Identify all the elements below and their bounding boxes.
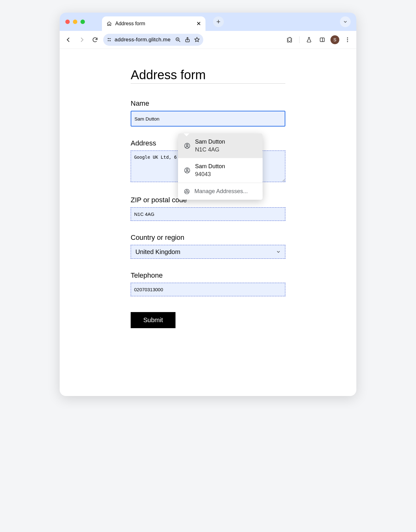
- submit-button[interactable]: Submit: [131, 312, 175, 328]
- autofill-name: Sam Dutton: [195, 139, 225, 145]
- svg-point-8: [347, 39, 348, 40]
- forward-button[interactable]: [77, 35, 87, 45]
- chevron-down-icon: [343, 19, 348, 24]
- svg-point-2: [110, 40, 110, 41]
- address-bar-url: address-form.glitch.me: [115, 37, 170, 43]
- address-form: Address form Name Address Google UK Ltd,…: [131, 68, 285, 328]
- new-tab-button[interactable]: +: [213, 16, 224, 27]
- name-input[interactable]: [131, 111, 285, 127]
- site-settings-icon: [106, 37, 112, 43]
- name-label: Name: [131, 99, 285, 108]
- svg-rect-3: [108, 40, 109, 41]
- tab-title: Address form: [115, 21, 145, 27]
- telephone-input[interactable]: [131, 283, 285, 296]
- manage-addresses-button[interactable]: Manage Addresses...: [178, 183, 263, 200]
- autofill-suggestion[interactable]: Sam Dutton 94043: [178, 158, 263, 183]
- svg-point-7: [347, 38, 348, 38]
- browser-toolbar: address-form.glitch.me: [60, 31, 356, 49]
- svg-point-9: [347, 41, 348, 42]
- manage-addresses-label: Manage Addresses...: [194, 188, 248, 195]
- person-icon: [184, 142, 191, 149]
- autofill-secondary: 94043: [195, 171, 225, 178]
- bookmark-star-icon[interactable]: [194, 37, 200, 43]
- autofill-suggestion[interactable]: Sam Dutton N1C 4AG: [178, 133, 263, 158]
- back-button[interactable]: [63, 35, 74, 45]
- maximize-window-button[interactable]: [80, 20, 85, 24]
- tab-close-button[interactable]: ✕: [196, 21, 201, 27]
- browser-tab[interactable]: Address form ✕: [102, 16, 205, 31]
- tab-favicon-icon: [106, 21, 112, 27]
- browser-window: Address form ✕ +: [60, 13, 356, 396]
- profile-avatar[interactable]: S: [330, 35, 339, 44]
- zip-input[interactable]: [131, 207, 285, 221]
- page-heading: Address form: [131, 68, 285, 84]
- address-bar[interactable]: address-form.glitch.me: [103, 34, 203, 46]
- toolbar-divider: [299, 36, 300, 43]
- share-icon[interactable]: [184, 37, 191, 43]
- chrome-icon: [184, 188, 190, 195]
- svg-point-13: [186, 169, 188, 171]
- browser-titlebar: Address form ✕ +: [60, 13, 356, 31]
- person-icon: [184, 167, 191, 174]
- reload-button[interactable]: [90, 35, 100, 45]
- avatar-initial: S: [333, 37, 336, 42]
- zoom-icon[interactable]: [175, 37, 181, 43]
- svg-point-0: [108, 38, 109, 39]
- side-panel-button[interactable]: [317, 35, 327, 45]
- country-select[interactable]: United Kingdom: [131, 245, 285, 259]
- country-label: Country or region: [131, 233, 285, 242]
- browser-menu-button[interactable]: [342, 35, 353, 45]
- telephone-label: Telephone: [131, 271, 285, 280]
- window-controls: [65, 20, 85, 24]
- autofill-secondary: N1C 4AG: [195, 146, 225, 153]
- page-content: Address form Name Address Google UK Ltd,…: [60, 49, 356, 396]
- extensions-button[interactable]: [285, 35, 295, 45]
- tabs-overflow-button[interactable]: [340, 16, 351, 27]
- close-window-button[interactable]: [65, 20, 70, 24]
- autofill-name: Sam Dutton: [195, 163, 225, 170]
- labs-button[interactable]: [304, 35, 314, 45]
- svg-rect-1: [109, 38, 111, 39]
- svg-point-11: [186, 144, 188, 146]
- minimize-window-button[interactable]: [73, 20, 77, 24]
- svg-point-15: [186, 191, 188, 192]
- autofill-dropdown: Sam Dutton N1C 4AG Sam Dutton 94043: [178, 133, 263, 200]
